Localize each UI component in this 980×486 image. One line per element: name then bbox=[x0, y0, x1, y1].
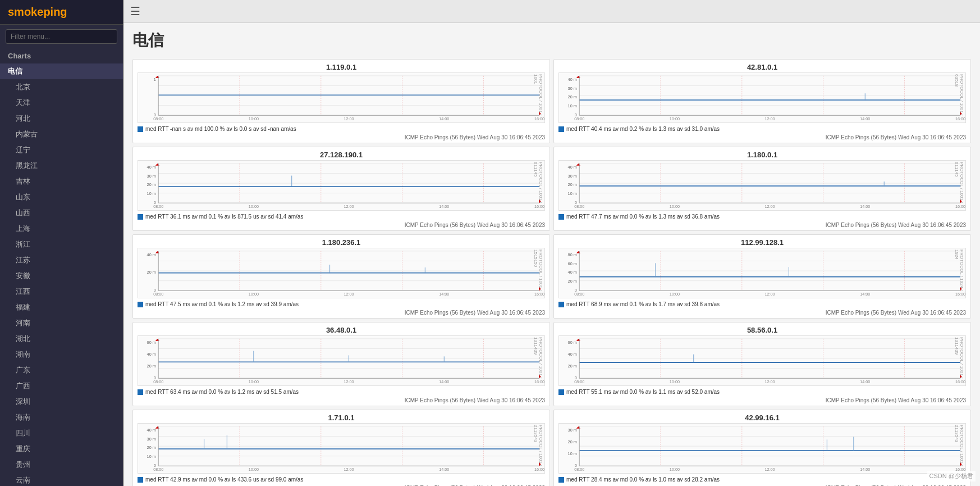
sidebar-item-湖南[interactable]: 湖南 bbox=[0, 347, 123, 362]
chart-protocol-8: PROTOCOL / 1001 / 2113543 bbox=[533, 425, 543, 473]
chart-protocol-3: PROTOCOL / 1001 / 611145 bbox=[954, 162, 964, 210]
sidebar-item-云南[interactable]: 云南 bbox=[0, 473, 123, 486]
chart-protocol-2: PROTOCOL / 1001 / 611145 bbox=[533, 162, 543, 210]
legend-color-box-1 bbox=[558, 126, 564, 132]
legend-color-box-8 bbox=[138, 477, 143, 483]
svg-text:30 m: 30 m bbox=[147, 436, 156, 441]
sidebar-item-黑龙江[interactable]: 黑龙江 bbox=[0, 158, 123, 174]
svg-text:80 m: 80 m bbox=[568, 252, 577, 257]
chart-area-9[interactable]: PROTOCOL / 1001 / 211354330 m20 m10 m008… bbox=[558, 423, 966, 474]
chart-card-7: 58.56.0.1PROTOCOL / 1001 / 131143960 m40… bbox=[553, 322, 971, 406]
chart-card-0: 1.119.0.1PROTOCOL / 1001 / 10011008:0010… bbox=[132, 59, 550, 143]
svg-text:14:00: 14:00 bbox=[860, 379, 870, 384]
sidebar-item-湖北[interactable]: 湖北 bbox=[0, 331, 123, 347]
chart-title-2: 27.128.190.1 bbox=[138, 151, 545, 159]
chart-legend-8: med RTT 42.9 ms av md 0.0 % av ls 433.6 … bbox=[138, 475, 545, 484]
svg-text:40 m: 40 m bbox=[568, 270, 577, 275]
sidebar-item-辽宁[interactable]: 辽宁 bbox=[0, 142, 123, 158]
sidebar-item-广西[interactable]: 广西 bbox=[0, 378, 123, 394]
filter-input[interactable] bbox=[6, 29, 117, 44]
chart-area-2[interactable]: PROTOCOL / 1001 / 61114540 m30 m20 m10 m… bbox=[138, 160, 545, 211]
chart-area-5[interactable]: PROTOCOL / 1924 / 192480 m60 m40 m20 m00… bbox=[558, 248, 966, 298]
svg-text:10:00: 10:00 bbox=[670, 204, 680, 209]
chart-title-0: 1.119.0.1 bbox=[138, 63, 545, 71]
legend-color-box-3 bbox=[558, 214, 564, 220]
sidebar-item-江苏[interactable]: 江苏 bbox=[0, 252, 123, 268]
svg-text:10:00: 10:00 bbox=[249, 116, 259, 121]
sidebar-item-重庆[interactable]: 重庆 bbox=[0, 441, 123, 457]
chart-area-3[interactable]: PROTOCOL / 1001 / 61114540 m30 m20 m10 m… bbox=[558, 160, 966, 211]
sidebar-item-吉林[interactable]: 吉林 bbox=[0, 174, 123, 189]
sidebar-item-北京[interactable]: 北京 bbox=[0, 79, 123, 95]
sidebar-item-四川[interactable]: 四川 bbox=[0, 425, 123, 441]
sidebar-item-海南[interactable]: 海南 bbox=[0, 410, 123, 425]
legend-color-box-9 bbox=[558, 477, 564, 483]
svg-text:12:00: 12:00 bbox=[765, 204, 775, 209]
hamburger-icon[interactable]: ☰ bbox=[130, 4, 140, 18]
svg-text:10:00: 10:00 bbox=[249, 204, 259, 209]
sidebar-item-安徽[interactable]: 安徽 bbox=[0, 268, 123, 284]
sidebar-item-内蒙古[interactable]: 内蒙古 bbox=[0, 126, 123, 142]
chart-title-4: 1.180.236.1 bbox=[138, 238, 545, 247]
chart-area-8[interactable]: PROTOCOL / 1001 / 211354340 m30 m20 m10 … bbox=[138, 423, 545, 474]
svg-text:10:00: 10:00 bbox=[670, 116, 680, 121]
legend-text-5: med RTT 68.9 ms av md 0.1 % av ls 1.7 ms… bbox=[566, 300, 720, 308]
svg-text:20 m: 20 m bbox=[147, 182, 156, 187]
chart-footer-0: ICMP Echo Pings (56 Bytes) Wed Aug 30 16… bbox=[138, 134, 545, 140]
main-content: ☰ 电信 1.119.0.1PROTOCOL / 1001 / 10011008… bbox=[123, 0, 980, 486]
legend-color-box-4 bbox=[138, 302, 143, 307]
svg-text:60 m: 60 m bbox=[568, 261, 577, 266]
svg-text:60 m: 60 m bbox=[568, 339, 577, 344]
chart-title-1: 42.81.0.1 bbox=[558, 63, 966, 71]
sidebar-items: 电信北京天津河北内蒙古辽宁黑龙江吉林山东山西上海浙江江苏安徽江西福建河南湖北湖南… bbox=[0, 63, 123, 486]
svg-text:08:00: 08:00 bbox=[574, 292, 584, 297]
sidebar-item-山东[interactable]: 山东 bbox=[0, 189, 123, 205]
sidebar-item-天津[interactable]: 天津 bbox=[0, 95, 123, 111]
legend-color-box-5 bbox=[558, 302, 564, 307]
svg-text:14:00: 14:00 bbox=[439, 467, 449, 472]
legend-text-9: med RTT 28.4 ms av md 0.0 % av ls 1.0 ms… bbox=[566, 475, 720, 484]
logo-text: smoke bbox=[8, 6, 43, 18]
legend-color-box-2 bbox=[138, 214, 143, 220]
chart-legend-5: med RTT 68.9 ms av md 0.1 % av ls 1.7 ms… bbox=[558, 300, 966, 308]
sidebar-item-山西[interactable]: 山西 bbox=[0, 205, 123, 221]
svg-text:10:00: 10:00 bbox=[249, 292, 259, 297]
chart-footer-1: ICMP Echo Pings (56 Bytes) Wed Aug 30 16… bbox=[558, 134, 966, 140]
svg-text:20 m: 20 m bbox=[568, 439, 577, 444]
svg-text:08:00: 08:00 bbox=[153, 467, 163, 472]
chart-footer-6: ICMP Echo Pings (56 Bytes) Wed Aug 30 16… bbox=[138, 397, 545, 403]
chart-area-4[interactable]: PROTOCOL / 1001 / 151515040 m20 m008:001… bbox=[138, 248, 545, 298]
chart-footer-3: ICMP Echo Pings (56 Bytes) Wed Aug 30 16… bbox=[558, 222, 966, 228]
legend-color-box-7 bbox=[558, 389, 564, 395]
sidebar-item-福建[interactable]: 福建 bbox=[0, 299, 123, 315]
chart-area-7[interactable]: PROTOCOL / 1001 / 131143960 m40 m20 m008… bbox=[558, 335, 966, 386]
svg-text:12:00: 12:00 bbox=[765, 292, 775, 297]
sidebar-item-广东[interactable]: 广东 bbox=[0, 362, 123, 378]
svg-text:10:00: 10:00 bbox=[249, 379, 259, 384]
chart-protocol-0: PROTOCOL / 1001 / 1001 bbox=[533, 74, 543, 122]
chart-protocol-9: PROTOCOL / 1001 / 2113543 bbox=[954, 425, 964, 473]
svg-text:40 m: 40 m bbox=[568, 352, 577, 357]
sidebar-item-贵州[interactable]: 贵州 bbox=[0, 457, 123, 473]
sidebar-item-浙江[interactable]: 浙江 bbox=[0, 237, 123, 252]
chart-area-0[interactable]: PROTOCOL / 1001 / 10011008:0010:0012:001… bbox=[138, 72, 545, 123]
svg-text:08:00: 08:00 bbox=[574, 116, 584, 121]
sidebar-item-河北[interactable]: 河北 bbox=[0, 111, 123, 126]
svg-text:30 m: 30 m bbox=[147, 173, 156, 178]
chart-protocol-1: PROTOCOL / 1001 / 63518 bbox=[954, 74, 964, 122]
chart-protocol-7: PROTOCOL / 1001 / 1311439 bbox=[954, 337, 964, 385]
svg-text:08:00: 08:00 bbox=[574, 379, 584, 384]
legend-text-1: med RTT 40.4 ms av md 0.2 % av ls 1.3 ms… bbox=[566, 125, 720, 133]
svg-text:10:00: 10:00 bbox=[670, 292, 680, 297]
sidebar-item-江西[interactable]: 江西 bbox=[0, 284, 123, 299]
legend-color-box-0 bbox=[138, 126, 143, 132]
sidebar-section-charts: Charts bbox=[0, 48, 123, 63]
chart-area-1[interactable]: PROTOCOL / 1001 / 6351840 m30 m20 m10 m0… bbox=[558, 72, 966, 123]
sidebar-item-河南[interactable]: 河南 bbox=[0, 315, 123, 331]
sidebar-item-深圳[interactable]: 深圳 bbox=[0, 394, 123, 410]
chart-area-6[interactable]: PROTOCOL / 1001 / 131143960 m40 m20 m008… bbox=[138, 335, 545, 386]
chart-footer-7: ICMP Echo Pings (56 Bytes) Wed Aug 30 16… bbox=[558, 397, 966, 403]
sidebar-item-电信[interactable]: 电信 bbox=[0, 63, 123, 79]
svg-text:14:00: 14:00 bbox=[860, 467, 870, 472]
sidebar-item-上海[interactable]: 上海 bbox=[0, 221, 123, 237]
